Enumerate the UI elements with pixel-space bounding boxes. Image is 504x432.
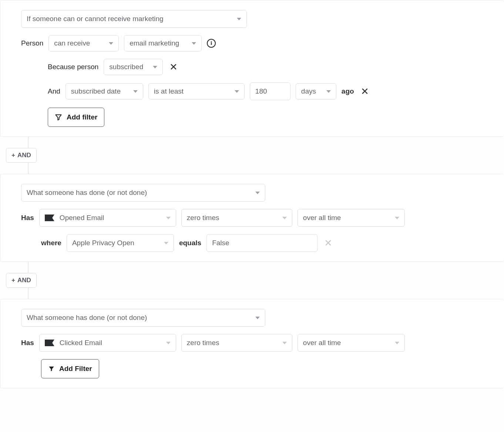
add-and-button[interactable]: + AND bbox=[6, 148, 37, 163]
chevron-down-icon bbox=[166, 217, 171, 219]
unit-select[interactable]: days bbox=[296, 83, 336, 99]
can-receive-select[interactable]: can receive bbox=[48, 35, 119, 51]
funnel-icon bbox=[55, 114, 62, 121]
filter-field-select[interactable]: Apple Privacy Open bbox=[67, 234, 174, 252]
info-icon[interactable]: i bbox=[207, 39, 216, 48]
flag-icon bbox=[45, 215, 54, 221]
equals-label: equals bbox=[179, 239, 201, 248]
event-select[interactable]: Clicked Email bbox=[39, 334, 176, 352]
chevron-down-icon bbox=[109, 42, 113, 45]
condition-type-label: What someone has done (or not done) bbox=[27, 188, 147, 198]
event-value: Clicked Email bbox=[60, 338, 102, 348]
chevron-down-icon bbox=[164, 242, 168, 244]
unit-value: days bbox=[301, 87, 316, 96]
times-select[interactable]: zero times bbox=[181, 209, 292, 227]
add-filter-button[interactable]: Add filter bbox=[48, 108, 104, 127]
add-filter-label: Add filter bbox=[67, 113, 97, 122]
timeframe-value: over all time bbox=[303, 213, 341, 223]
channel-value: email marketing bbox=[130, 39, 179, 48]
times-value: zero times bbox=[187, 213, 219, 223]
and-label: AND bbox=[17, 276, 31, 284]
chevron-down-icon bbox=[282, 342, 287, 344]
amount-input[interactable]: 180 bbox=[250, 82, 290, 100]
chevron-down-icon bbox=[326, 90, 331, 93]
add-filter-button[interactable]: Add Filter bbox=[41, 359, 99, 378]
chevron-down-icon bbox=[282, 217, 287, 219]
filter-value-input[interactable]: False bbox=[206, 234, 317, 252]
has-label: Has bbox=[21, 338, 34, 348]
chevron-down-icon bbox=[235, 90, 239, 93]
chevron-down-icon bbox=[133, 90, 138, 93]
condition-type-label: If someone can or cannot receive marketi… bbox=[27, 14, 164, 24]
condition-type-label: What someone has done (or not done) bbox=[27, 313, 147, 323]
timeframe-select[interactable]: over all time bbox=[298, 209, 405, 227]
chevron-down-icon bbox=[192, 42, 196, 45]
chevron-down-icon bbox=[255, 192, 260, 194]
connector-2: + AND bbox=[0, 262, 504, 299]
and-label: AND bbox=[17, 151, 31, 159]
chevron-down-icon bbox=[153, 66, 157, 68]
chevron-down-icon bbox=[255, 317, 260, 319]
chevron-down-icon bbox=[166, 342, 171, 344]
chevron-down-icon bbox=[395, 217, 399, 219]
remove-because-icon[interactable]: ✕ bbox=[168, 62, 179, 72]
chevron-down-icon bbox=[237, 18, 241, 20]
date-operator-value: is at least bbox=[154, 87, 184, 96]
connector-1: + AND bbox=[0, 137, 504, 174]
plus-icon: + bbox=[11, 276, 15, 284]
channel-select[interactable]: email marketing bbox=[124, 35, 202, 51]
date-field-value: subscribed date bbox=[71, 87, 121, 96]
filter-value: False bbox=[212, 239, 229, 248]
and-label: And bbox=[48, 87, 60, 96]
chevron-down-icon bbox=[395, 342, 399, 344]
has-label: Has bbox=[21, 213, 34, 223]
add-and-button[interactable]: + AND bbox=[6, 273, 37, 288]
flag-icon bbox=[45, 340, 54, 346]
funnel-icon bbox=[48, 365, 55, 372]
condition-group-3: What someone has done (or not done) Has … bbox=[0, 299, 504, 388]
condition-type-select[interactable]: What someone has done (or not done) bbox=[21, 184, 265, 202]
because-value: subscribed bbox=[109, 63, 143, 72]
event-value: Opened Email bbox=[60, 213, 104, 223]
times-select[interactable]: zero times bbox=[181, 334, 292, 352]
timeframe-select[interactable]: over all time bbox=[298, 334, 405, 352]
condition-type-select[interactable]: What someone has done (or not done) bbox=[21, 309, 265, 327]
condition-group-1: If someone can or cannot receive marketi… bbox=[0, 0, 504, 137]
where-label: where bbox=[41, 239, 61, 248]
can-receive-value: can receive bbox=[54, 39, 90, 48]
timeframe-value: over all time bbox=[303, 338, 341, 348]
condition-group-2: What someone has done (or not done) Has … bbox=[0, 174, 504, 262]
remove-filter-icon[interactable]: ✕ bbox=[323, 238, 334, 248]
times-value: zero times bbox=[187, 338, 219, 348]
date-field-select[interactable]: subscribed date bbox=[65, 83, 143, 99]
plus-icon: + bbox=[11, 151, 15, 159]
date-operator-select[interactable]: is at least bbox=[148, 83, 245, 99]
add-filter-label: Add Filter bbox=[59, 364, 92, 374]
amount-value: 180 bbox=[255, 87, 267, 96]
ago-label: ago bbox=[342, 87, 354, 96]
because-select[interactable]: subscribed bbox=[104, 59, 163, 75]
remove-date-icon[interactable]: ✕ bbox=[359, 87, 370, 96]
because-label: Because person bbox=[48, 63, 98, 72]
filter-field-value: Apple Privacy Open bbox=[72, 239, 134, 248]
person-label: Person bbox=[21, 39, 43, 48]
event-select[interactable]: Opened Email bbox=[39, 209, 176, 227]
condition-type-select[interactable]: If someone can or cannot receive marketi… bbox=[21, 10, 247, 28]
